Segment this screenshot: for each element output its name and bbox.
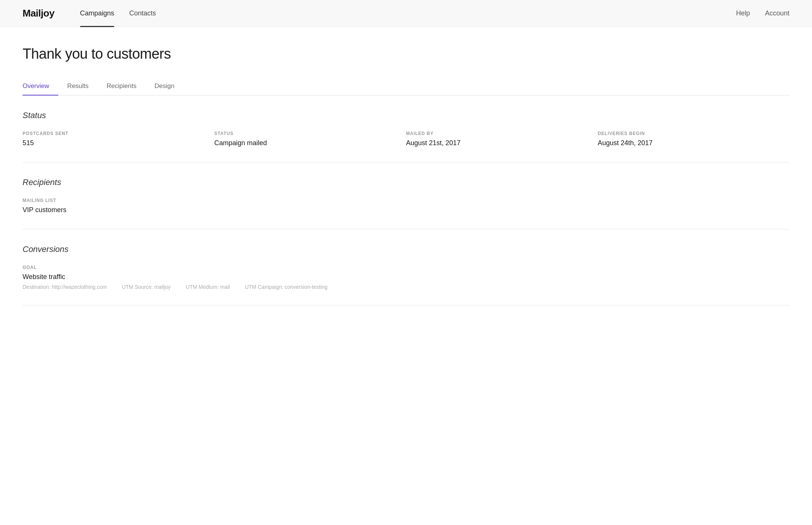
postcards-sent-value: 515 — [23, 139, 214, 147]
conversions-section: Conversions GOAL Website traffic Destina… — [23, 229, 789, 305]
meta-utm-campaign: UTM Campaign: conversion-testing — [245, 284, 327, 290]
mailing-list-label: MAILING LIST — [23, 198, 789, 203]
postcards-sent-label: POSTCARDS SENT — [23, 131, 214, 136]
nav-account[interactable]: Account — [765, 9, 789, 17]
conversions-section-title: Conversions — [23, 244, 789, 254]
status-label: STATUS — [214, 131, 406, 136]
deliveries-begin-value: August 24th, 2017 — [598, 139, 789, 147]
goal-label: GOAL — [23, 265, 789, 270]
page-title: Thank you to customers — [23, 46, 789, 62]
field-mailed-by: MAILED BY August 21st, 2017 — [406, 131, 598, 147]
field-postcards-sent: POSTCARDS SENT 515 — [23, 131, 214, 147]
field-status: STATUS Campaign mailed — [214, 131, 406, 147]
nav-right: Help Account — [736, 9, 789, 17]
tab-overview[interactable]: Overview — [23, 77, 58, 95]
status-grid: POSTCARDS SENT 515 STATUS Campaign maile… — [23, 131, 789, 147]
conversions-meta: Destination: http://wazeclothing.com UTM… — [23, 284, 789, 290]
recipients-section-title: Recipients — [23, 178, 789, 187]
tab-results[interactable]: Results — [67, 77, 98, 95]
goal-value: Website traffic — [23, 273, 789, 281]
mailing-list-value: VIP customers — [23, 206, 789, 214]
field-deliveries-begin: DELIVERIES BEGIN August 24th, 2017 — [598, 131, 789, 147]
recipients-grid: MAILING LIST VIP customers — [23, 198, 789, 214]
field-goal: GOAL Website traffic Destination: http:/… — [23, 265, 789, 290]
logo[interactable]: Mailjoy — [23, 8, 55, 19]
nav-campaigns[interactable]: Campaigns — [73, 0, 122, 27]
nav-contacts[interactable]: Contacts — [122, 0, 164, 27]
deliveries-begin-label: DELIVERIES BEGIN — [598, 131, 789, 136]
header: Mailjoy Campaigns Contacts Help Account — [0, 0, 812, 27]
mailed-by-value: August 21st, 2017 — [406, 139, 598, 147]
nav-help[interactable]: Help — [736, 9, 750, 17]
meta-utm-medium: UTM Medium: mail — [186, 284, 230, 290]
status-section-title: Status — [23, 111, 789, 120]
tab-design[interactable]: Design — [155, 77, 183, 95]
conversions-grid: GOAL Website traffic Destination: http:/… — [23, 265, 789, 290]
nav-links: Campaigns Contacts — [73, 0, 736, 27]
mailed-by-label: MAILED BY — [406, 131, 598, 136]
meta-destination: Destination: http://wazeclothing.com — [23, 284, 107, 290]
status-section: Status POSTCARDS SENT 515 STATUS Campaig… — [23, 96, 789, 162]
tab-recipients[interactable]: Recipients — [107, 77, 145, 95]
field-mailing-list: MAILING LIST VIP customers — [23, 198, 789, 214]
status-value: Campaign mailed — [214, 139, 406, 147]
meta-utm-source: UTM Source: mailjoy — [122, 284, 171, 290]
main-content: Thank you to customers Overview Results … — [0, 27, 812, 305]
tabs-container: Overview Results Recipients Design — [23, 77, 789, 96]
recipients-section: Recipients MAILING LIST VIP customers — [23, 162, 789, 229]
